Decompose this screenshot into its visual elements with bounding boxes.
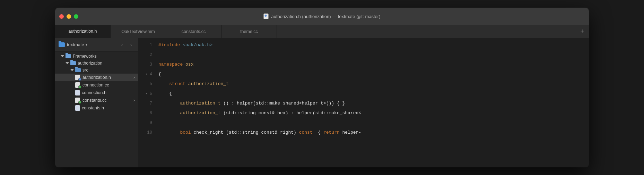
titlebar-title: authorization.h (authorization) — textma… [263,14,380,19]
tree-item-label: Frameworks [73,54,97,59]
editor[interactable]: 1 2 3 ▾4 5 ▾6 7 8 9 10 [138,38,589,167]
expand-icon [70,69,74,71]
window-title: authorization.h (authorization) — textma… [271,14,380,19]
list-item[interactable]: authorization.h × [55,74,138,81]
close-button[interactable] [59,14,64,19]
type-name: authorization_t [188,79,229,89]
list-item[interactable]: Frameworks [55,53,138,60]
fold-icon[interactable]: ▾ [145,73,148,76]
tabs-bar: authorization.h OakTextView.mm constants… [55,25,589,38]
folder-icon [66,54,71,58]
line-number: 3 [138,60,152,69]
line-numbers: 1 2 3 ▾4 5 ▾6 7 8 9 10 [138,38,155,167]
code-line: bool check_right (std::string const& rig… [158,128,589,138]
nav-back-button[interactable]: ‹ [118,41,126,49]
file-icon [75,98,81,103]
keyword: const [299,128,313,138]
tree-item-label: constants.cc [82,98,106,103]
tree-item-label: constants.h [82,106,104,110]
tree-item-label: connection.cc [82,83,109,88]
keyword: namespace [158,60,183,69]
line-number: 1 [138,40,152,50]
line-number: 5 [138,79,152,89]
tree-item-label: src [82,68,88,73]
file-icon [75,90,80,95]
maximize-button[interactable] [74,14,78,19]
code-line: struct authorization_t [158,79,589,89]
tree-item-label: connection.h [82,90,106,95]
code-line [158,50,589,60]
main-window: authorization.h (authorization) — textma… [55,8,589,167]
file-icon [263,14,269,19]
sidebar-dropdown[interactable]: textmate ▾ [67,42,116,47]
fold-icon[interactable]: ▾ [145,92,148,95]
function-name: authorization_t [180,99,220,108]
minimize-button[interactable] [67,14,71,19]
code-line: { [158,89,589,99]
code-line: #include <oak/oak.h> [158,40,589,50]
close-icon[interactable]: × [133,75,136,80]
sidebar-tree: Frameworks authorization src [55,51,138,167]
string-literal: <oak/oak.h> [183,40,212,50]
code-line: { [158,69,589,79]
function-name: authorization_t [180,108,220,118]
line-number: 10 [138,128,152,138]
file-icon [75,82,81,88]
line-number: 2 [138,50,152,60]
list-item[interactable]: connection.cc [55,81,138,89]
code-line [158,118,589,128]
code-line: authorization_t () : helper(std::make_sh… [158,99,589,108]
code-area[interactable]: 1 2 3 ▾4 5 ▾6 7 8 9 10 [138,38,589,167]
main-content: textmate ▾ ‹ › Frameworks [55,38,589,167]
expand-icon [61,55,64,57]
traffic-lights [59,14,78,19]
tab-constants-cc[interactable]: constants.cc [166,25,221,38]
close-icon[interactable]: × [133,98,136,102]
list-item[interactable]: src [55,67,138,74]
line-number: 8 [138,108,152,118]
line-number: 7 [138,99,152,108]
titlebar: authorization.h (authorization) — textma… [55,8,589,25]
expand-icon [66,62,69,64]
sidebar-root-label: textmate [67,42,84,47]
keyword: return [323,128,340,138]
tab-oaktextview[interactable]: OakTextView.mm [111,25,166,38]
code-content[interactable]: #include <oak/oak.h> namespace osx { [155,38,589,167]
keyword: bool [180,128,191,138]
add-tab-button[interactable]: + [575,25,589,38]
list-item[interactable]: constants.cc × [55,97,138,104]
sidebar-header: textmate ▾ ‹ › [55,38,138,51]
list-item[interactable]: constants.h [55,104,138,112]
tree-item-label: authorization [78,61,103,66]
dropdown-arrow-icon: ▾ [86,43,87,47]
nav-forward-button[interactable]: › [127,41,135,49]
keyword: struct [169,79,185,89]
sidebar-nav: ‹ › [118,41,135,49]
line-number: ▾4 [138,69,152,79]
code-line: authorization_t (std::string const& hex)… [158,108,589,118]
list-item[interactable]: authorization [55,60,138,67]
file-icon [75,75,81,80]
identifier: osx [185,60,193,69]
list-item[interactable]: connection.h [55,89,138,97]
keyword: #include [158,40,180,50]
folder-icon [75,68,81,72]
sidebar: textmate ▾ ‹ › Frameworks [55,38,138,167]
tab-theme-cc[interactable]: theme.cc [221,25,277,38]
root-folder-icon [59,42,65,47]
folder-icon [70,61,76,65]
tree-item-label: authorization.h [82,75,111,80]
tab-authorization-h[interactable]: authorization.h [55,25,111,38]
file-icon [75,105,80,111]
code-line: namespace osx [158,60,589,69]
line-number: ▾6 [138,89,152,99]
line-number: 9 [138,118,152,128]
